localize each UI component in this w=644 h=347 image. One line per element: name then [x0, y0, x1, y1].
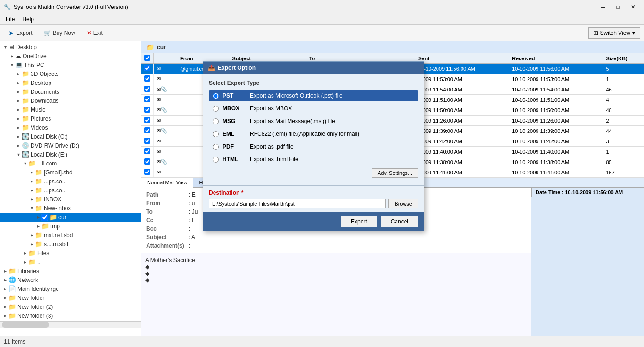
radio-mbox[interactable]	[213, 106, 219, 112]
tree-item-cur[interactable]: ▸📁cur	[0, 213, 141, 222]
tree-item-mainidentity[interactable]: ▸📄Main Identity.rge	[0, 284, 141, 293]
tree-item-tmp[interactable]: ▸📁tmp	[0, 222, 141, 231]
tree-item-libraries[interactable]: ▸📁Libraries	[0, 266, 141, 275]
tree-item-msfnsf[interactable]: ▸📁msf.nsf.sbd	[0, 231, 141, 240]
row-check-7[interactable]	[141, 136, 154, 147]
field-label-0: Path	[146, 191, 189, 198]
tree-item-gmailsbd[interactable]: ▸📁[Gmail].sbd	[0, 168, 141, 177]
export-option-html[interactable]: HTML Export as .html File	[209, 154, 418, 165]
status-bar: 11 Items	[0, 336, 644, 347]
title-bar-controls: ─ □ ✕	[596, 2, 640, 12]
tree-item-videos[interactable]: ▸📁Videos	[0, 123, 141, 132]
row-check-10[interactable]	[141, 167, 154, 178]
buy-now-button[interactable]: 🛒 Buy Now	[39, 28, 80, 38]
close-button[interactable]: ✕	[626, 2, 640, 12]
tree-item-music[interactable]: ▸📁Music	[0, 105, 141, 114]
folder-icon-desktop: 🖥	[8, 43, 15, 50]
export-button[interactable]: ➤ Export	[4, 27, 37, 39]
browse-button[interactable]: Browse	[388, 199, 418, 208]
switch-view-button[interactable]: ⊞ Switch View ▾	[588, 27, 640, 39]
row-icons-2: ✉📎	[154, 84, 177, 95]
tree-toggle-sm: ▸	[28, 241, 35, 247]
tree-item-documents[interactable]: ▸📁Documents	[0, 87, 141, 96]
tree-toggle-locale: ▾	[15, 152, 22, 157]
tree-item-contacts1[interactable]: ▸📁...ps.co..	[0, 177, 141, 186]
exit-icon: ✕	[87, 30, 91, 36]
export-option-msg[interactable]: MSG Export as Mail Message(.msg) file	[209, 116, 418, 127]
radio-eml[interactable]	[213, 131, 219, 137]
maximize-button[interactable]: □	[611, 2, 625, 12]
toolbar-left: ➤ Export 🛒 Buy Now ✕ Exit	[4, 27, 107, 39]
radio-pst[interactable]	[213, 93, 219, 99]
export-option-mbox[interactable]: MBOX Export as MBOX	[209, 103, 418, 114]
row-check-6[interactable]	[141, 126, 154, 136]
tree-toggle-desktop: ▾	[2, 44, 8, 50]
select-export-type-label: Select Export Type	[209, 80, 418, 86]
exit-button[interactable]: ✕ Exit	[82, 28, 107, 38]
item-count: 11 Items	[4, 339, 25, 345]
tree-toggle-mainidentity: ▸	[2, 286, 8, 291]
row-size-3: 4	[603, 95, 644, 105]
row-check-0[interactable]	[141, 64, 154, 74]
option-name-msg: MSG	[223, 118, 246, 124]
radio-html[interactable]	[213, 157, 219, 163]
folder-icon-inbox: 📁	[35, 196, 42, 203]
tree-item-pictures[interactable]: ▸📁Pictures	[0, 114, 141, 123]
row-received-1: 10-10-2009 11:53:00 AM	[509, 74, 603, 84]
tree-item-inbox[interactable]: ▸📁INBOX	[0, 195, 141, 204]
tree-item-localc[interactable]: ▸💽Local Disk (C:)	[0, 132, 141, 141]
folder-icon-emailroot: 📁	[28, 160, 36, 167]
tree-item-unnamed1[interactable]: ▸📁...	[0, 257, 141, 266]
folder-icon-newfolder3: 📁	[8, 312, 16, 319]
option-name-mbox: MBOX	[223, 105, 246, 112]
tree-item-newfolder[interactable]: ▸📁New folder	[0, 293, 141, 302]
row-check-3[interactable]	[141, 95, 154, 105]
tree-item-3dobjects[interactable]: ▸📁3D Objects	[0, 69, 141, 78]
row-size-10: 157	[603, 167, 644, 178]
export-option-eml[interactable]: EML RFC822 (.eml) file.(Applicable only …	[209, 128, 418, 140]
row-check-2[interactable]	[141, 84, 154, 95]
destination-path-input[interactable]	[209, 199, 386, 208]
folder-icon-mainidentity: 📄	[8, 285, 16, 292]
tree-item-dvdd[interactable]: ▸💿DVD RW Drive (D:)	[0, 141, 141, 150]
tree-item-emailroot[interactable]: ▾📁...il.com	[0, 159, 141, 168]
export-option-pdf[interactable]: PDF Export as .pdf file	[209, 141, 418, 152]
tree-item-newinbox[interactable]: ▾📁New-Inbox	[0, 204, 141, 213]
tree-item-downloads[interactable]: ▸📁Downloads	[0, 96, 141, 105]
tree-item-newfolder3[interactable]: ▸📁New folder (3)	[0, 311, 141, 320]
tree-item-onedrive[interactable]: ▸☁OneDrive	[0, 51, 141, 60]
row-check-1[interactable]	[141, 74, 154, 84]
adv-settings-button[interactable]: Adv. Settings...	[372, 168, 418, 178]
tree-item-sm[interactable]: ▸📁s....m.sbd	[0, 240, 141, 248]
tree-item-network[interactable]: ▸🌐Network	[0, 275, 141, 284]
tree-item-contacts2[interactable]: ▸📁...ps.co..	[0, 186, 141, 195]
minimize-button[interactable]: ─	[596, 2, 610, 12]
tree-item-desktop[interactable]: ▾🖥Desktop	[0, 42, 141, 51]
title-bar: 🔧 SysTools Maildir Converter v3.0 (Full …	[0, 0, 644, 14]
tab-normal-mail-view[interactable]: Normal Mail View	[141, 178, 193, 188]
tree-label-thispc: This PC	[24, 62, 44, 68]
tree-item-locale[interactable]: ▾💽Local Disk (E:)	[0, 150, 141, 159]
row-size-7: 3	[603, 136, 644, 147]
row-check-9[interactable]	[141, 157, 154, 167]
radio-msg[interactable]	[213, 118, 219, 124]
radio-pdf[interactable]	[213, 144, 219, 150]
col-header-sent: Sent	[415, 53, 509, 64]
option-name-html: HTML	[223, 156, 246, 163]
export-option-pst[interactable]: PST Export as Microsoft Outlook (.pst) f…	[209, 90, 418, 101]
tree-item-thispc[interactable]: ▾💻This PC	[0, 60, 141, 69]
row-check-4[interactable]	[141, 105, 154, 116]
export-confirm-button[interactable]: Export	[341, 216, 377, 227]
menu-file[interactable]: File	[2, 15, 18, 24]
tree-checkbox-cur[interactable]	[41, 214, 48, 221]
folder-panel: ▾🖥Desktop▸☁OneDrive▾💻This PC▸📁3D Objects…	[0, 41, 141, 336]
tree-item-desktopfolder[interactable]: ▸📁Desktop	[0, 78, 141, 87]
row-check-8[interactable]	[141, 147, 154, 157]
row-check-5[interactable]	[141, 116, 154, 126]
menu-help[interactable]: Help	[18, 15, 38, 24]
field-label-4: Bcc	[146, 225, 189, 232]
tree-item-newfolder2[interactable]: ▸📁New folder (2)	[0, 302, 141, 311]
cancel-button[interactable]: Cancel	[381, 216, 418, 227]
tree-item-files[interactable]: ▸📁Files	[0, 248, 141, 257]
dialog-footer: Export Cancel	[203, 212, 424, 231]
